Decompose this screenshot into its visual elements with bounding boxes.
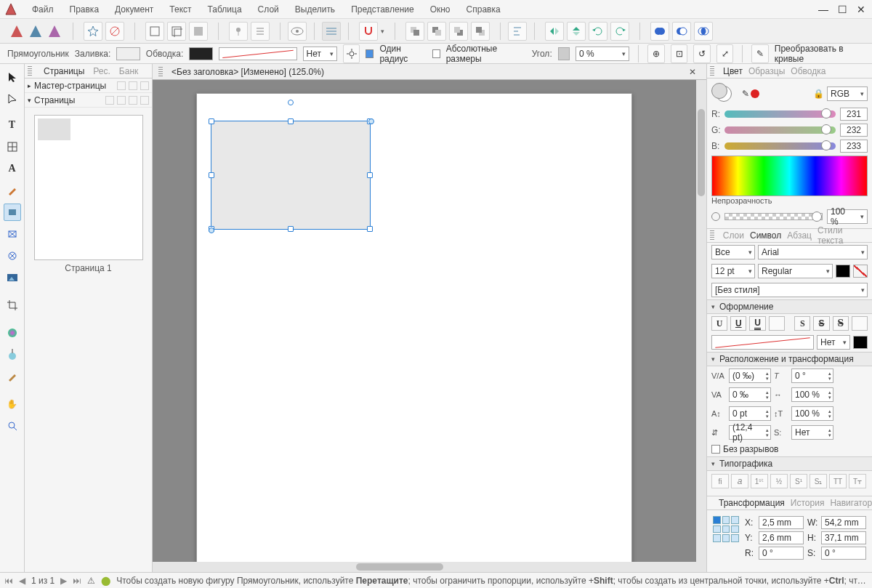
handle-rotate[interactable] bbox=[288, 100, 294, 105]
underline-single-button[interactable]: U bbox=[730, 316, 746, 331]
prefs-gear-icon[interactable] bbox=[343, 44, 360, 63]
handle-se[interactable] bbox=[367, 226, 373, 232]
opacity-none-icon[interactable] bbox=[711, 212, 720, 221]
align-group-2[interactable] bbox=[167, 22, 186, 41]
rectangle-tool[interactable] bbox=[4, 204, 21, 221]
panel-grip-icon[interactable] bbox=[28, 66, 32, 76]
pin-button[interactable] bbox=[229, 22, 248, 41]
tab-navigator[interactable]: Навигатор bbox=[830, 498, 872, 508]
order-back-button[interactable] bbox=[405, 22, 424, 41]
g-value[interactable]: 232 bbox=[840, 124, 868, 137]
order-front-button[interactable] bbox=[471, 22, 490, 41]
stroke-style-dropdown[interactable]: Нет bbox=[303, 47, 337, 61]
horizontal-scrollbar[interactable] bbox=[153, 562, 696, 572]
g-slider[interactable] bbox=[724, 126, 836, 134]
menu-layer[interactable]: Слой bbox=[251, 2, 286, 17]
font-collection-dropdown[interactable]: Все bbox=[711, 245, 755, 259]
flip-h-button[interactable] bbox=[545, 22, 564, 41]
hand-tool[interactable]: ✋ bbox=[4, 395, 21, 413]
underline-double-button[interactable]: U bbox=[749, 316, 765, 331]
pen-tool[interactable] bbox=[4, 182, 21, 199]
handle-corner-radius-top[interactable] bbox=[368, 118, 374, 124]
transform-origin-button[interactable]: ⊕ bbox=[647, 44, 665, 63]
b-slider[interactable] bbox=[724, 142, 836, 150]
frame-rect-tool[interactable] bbox=[4, 225, 21, 243]
table-tool[interactable] bbox=[4, 138, 21, 156]
cycle-handles-button[interactable]: ↺ bbox=[693, 44, 711, 63]
decoration-stroke-dropdown[interactable]: Нет bbox=[817, 335, 850, 350]
handle-s[interactable] bbox=[288, 226, 294, 232]
node-tool[interactable] bbox=[4, 90, 21, 108]
transparency-tool[interactable] bbox=[4, 346, 21, 363]
shear-field[interactable]: Нет bbox=[791, 425, 833, 440]
font-color-swatch[interactable] bbox=[836, 265, 850, 278]
x-field[interactable]: 2,5 mm bbox=[759, 516, 804, 529]
boolean-add-button[interactable] bbox=[650, 22, 669, 41]
font-bg-swatch[interactable] bbox=[853, 265, 868, 278]
no-breaks-checkbox[interactable] bbox=[711, 445, 720, 454]
boolean-intersect-button[interactable] bbox=[694, 22, 713, 41]
page-1-thumbnail[interactable] bbox=[34, 115, 143, 260]
r-field[interactable]: 0 ° bbox=[759, 547, 804, 560]
persona-photo-icon[interactable] bbox=[47, 23, 62, 39]
color-panel-grip-icon[interactable] bbox=[710, 66, 714, 76]
typo-smallcaps-button[interactable]: Tᴛ bbox=[849, 474, 866, 488]
typo-subscript-button[interactable]: S₁ bbox=[810, 474, 827, 488]
decoration-color-swatch[interactable] bbox=[853, 336, 868, 349]
handle-n[interactable] bbox=[288, 118, 294, 124]
frame-ellipse-tool[interactable] bbox=[4, 247, 21, 265]
show-handles-button[interactable]: ⊡ bbox=[671, 44, 688, 63]
tab-layers[interactable]: Слои bbox=[723, 230, 744, 241]
image-tool[interactable] bbox=[4, 269, 21, 286]
strike-none-button[interactable]: S bbox=[794, 316, 810, 331]
h-field[interactable]: 37,1 mm bbox=[821, 531, 866, 544]
slant-field[interactable]: 0 ° bbox=[791, 368, 833, 383]
fill-swatch[interactable] bbox=[116, 47, 140, 60]
shapes-button[interactable] bbox=[84, 22, 102, 41]
strike-color-button[interactable] bbox=[852, 316, 868, 331]
text-frame-tool[interactable]: T bbox=[4, 116, 21, 134]
one-radius-checkbox[interactable] bbox=[366, 49, 374, 58]
strike-single-button[interactable]: S bbox=[813, 316, 829, 331]
tab-pages[interactable]: Страницы bbox=[44, 66, 84, 76]
menu-window[interactable]: Окно bbox=[423, 2, 458, 17]
opacity-slider[interactable] bbox=[724, 213, 823, 220]
tab-symbol[interactable]: Символ bbox=[750, 230, 781, 241]
persona-designer-icon[interactable] bbox=[28, 23, 44, 39]
tab-stroke[interactable]: Обводка bbox=[791, 66, 825, 76]
canvas-viewport[interactable] bbox=[153, 80, 706, 572]
handle-nw[interactable] bbox=[209, 118, 214, 124]
align-group-3[interactable] bbox=[189, 22, 208, 41]
typo-ordinals-button[interactable]: 1ˢᵗ bbox=[751, 474, 768, 488]
selected-rectangle[interactable] bbox=[211, 121, 371, 230]
align-button[interactable] bbox=[508, 22, 527, 41]
tab-color[interactable]: Цвет bbox=[723, 66, 743, 76]
handle-e[interactable] bbox=[367, 172, 373, 178]
anchor-point-grid[interactable] bbox=[713, 516, 739, 542]
persona-publisher-icon[interactable] bbox=[9, 23, 25, 39]
tree-row-master[interactable]: ▸ Мастер-страницы bbox=[25, 78, 152, 93]
font-size-dropdown[interactable]: 12 pt bbox=[711, 264, 755, 278]
baseline-grid-button[interactable] bbox=[322, 22, 341, 41]
typo-ligatures-button[interactable]: fi bbox=[711, 474, 729, 488]
symbols-button[interactable] bbox=[105, 22, 124, 41]
convert-curves-icon[interactable]: ✎ bbox=[751, 44, 769, 63]
y-field[interactable]: 2,6 mm bbox=[759, 531, 804, 544]
handle-corner-radius-bottom[interactable] bbox=[209, 227, 214, 233]
menu-edit[interactable]: Правка bbox=[62, 2, 107, 17]
opacity-value[interactable]: 100 % bbox=[827, 209, 868, 224]
menu-document[interactable]: Документ bbox=[108, 2, 161, 17]
text-style-dropdown[interactable]: [Без стиля] bbox=[711, 283, 868, 297]
first-page-button[interactable]: ⏮ bbox=[4, 576, 13, 586]
tab-transform[interactable]: Трансформация bbox=[719, 498, 785, 508]
decoration-stroke-preview[interactable] bbox=[711, 335, 814, 350]
fill-stroke-selector[interactable] bbox=[711, 83, 738, 105]
doc-tab-grip-icon[interactable] bbox=[158, 67, 163, 77]
handle-w[interactable] bbox=[209, 172, 214, 178]
color-lock-icon[interactable]: 🔒 bbox=[813, 89, 824, 99]
menu-view[interactable]: Представление bbox=[344, 2, 421, 17]
font-family-dropdown[interactable]: Arial bbox=[758, 245, 868, 259]
abs-dims-checkbox[interactable] bbox=[432, 49, 440, 58]
preflight-ok-icon[interactable]: ⬤ bbox=[101, 576, 110, 586]
underline-color-button[interactable] bbox=[769, 316, 785, 331]
